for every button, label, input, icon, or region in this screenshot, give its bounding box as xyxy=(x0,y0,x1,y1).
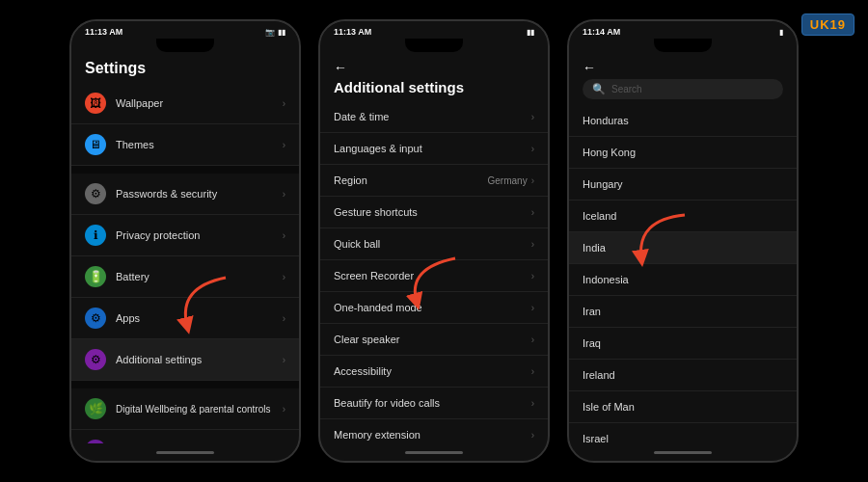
wallpaper-icon: 🖼 xyxy=(85,93,106,114)
item-label: Gesture shortcuts xyxy=(334,206,531,218)
chevron-icon: › xyxy=(531,175,534,186)
item-label: Accessibility xyxy=(334,365,531,377)
watermark-text: UK xyxy=(810,17,830,32)
region-list[interactable]: Honduras Hong Kong Hungary Iceland India… xyxy=(569,105,797,443)
list-item[interactable]: Date & time › xyxy=(320,101,548,133)
list-item[interactable]: Hungary xyxy=(569,169,797,201)
battery-icon-3: ▮ xyxy=(779,28,783,37)
notch-2 xyxy=(405,39,463,52)
settings-list-2[interactable]: Date & time › Languages & input › Region… xyxy=(320,101,548,443)
region-item[interactable]: Region Germany › xyxy=(320,165,548,197)
list-item[interactable]: ✦ Special features › xyxy=(71,430,299,443)
apps-icon: ⚙ xyxy=(85,308,106,329)
item-label: Screen Recorder xyxy=(334,270,531,281)
list-item[interactable]: Iraq xyxy=(569,328,797,360)
phone-1: 11:13 AM 📷 ▮▮ Settings 🖼 Wallpaper › xyxy=(69,19,301,463)
list-item[interactable]: ⚙ Apps › xyxy=(71,298,299,339)
list-item[interactable]: Ireland xyxy=(569,360,797,391)
item-label: Iran xyxy=(583,306,783,317)
settings-list-1[interactable]: 🖼 Wallpaper › 🖥 Themes › ⚙ Passwords & s… xyxy=(71,83,299,443)
watermark-highlight: 19 xyxy=(830,17,846,32)
item-label: Additional settings xyxy=(116,354,283,365)
list-item[interactable]: 🖼 Wallpaper › xyxy=(71,83,299,124)
themes-icon: 🖥 xyxy=(85,134,106,155)
list-item[interactable]: Clear speaker › xyxy=(320,324,548,356)
chevron-icon: › xyxy=(531,398,534,409)
item-label: Hungary xyxy=(583,178,783,190)
privacy-icon: ℹ xyxy=(85,225,106,246)
page-header-2: ← Additional settings xyxy=(320,52,548,101)
notch-1 xyxy=(156,39,214,52)
chevron-icon: › xyxy=(531,303,534,313)
additional-settings-item[interactable]: ⚙ Additional settings › xyxy=(71,339,299,381)
item-label: Israel xyxy=(583,433,783,443)
list-item[interactable]: Indonesia xyxy=(569,264,797,296)
camera-icon: 📷 xyxy=(265,28,275,37)
page-header-1: Settings xyxy=(71,52,299,83)
list-item[interactable]: One-handed mode › xyxy=(320,292,548,324)
list-item[interactable]: Isle of Man xyxy=(569,391,797,423)
list-item[interactable]: Quick ball › xyxy=(320,228,548,260)
item-label: Indonesia xyxy=(583,274,783,285)
list-item[interactable]: Iran xyxy=(569,296,797,328)
chevron-icon: › xyxy=(531,335,534,345)
list-item[interactable]: Gesture shortcuts › xyxy=(320,197,548,228)
item-label: Memory extension xyxy=(334,429,531,441)
divider xyxy=(71,166,299,174)
list-item[interactable]: ⚙ Passwords & security › xyxy=(71,174,299,215)
battery-icon: ▮▮ xyxy=(278,28,285,37)
accessibility-item[interactable]: Accessibility › xyxy=(320,356,548,388)
list-item[interactable]: Memory extension › xyxy=(320,419,548,443)
time-1: 11:13 AM xyxy=(85,27,122,37)
chevron-icon: › xyxy=(283,272,285,282)
additional-icon: ⚙ xyxy=(85,349,106,370)
chevron-icon: › xyxy=(283,313,285,324)
home-bar-2 xyxy=(320,443,548,461)
home-bar-line xyxy=(654,451,712,454)
beautify-item[interactable]: Beautify for video calls › xyxy=(320,388,548,419)
time-2: 11:13 AM xyxy=(334,27,371,37)
page-header-3: ← 🔍 Search xyxy=(569,52,797,105)
status-bar-3: 11:14 AM ▮ xyxy=(569,21,797,39)
list-item[interactable]: 🖥 Themes › xyxy=(71,124,299,166)
phones-container: 11:13 AM 📷 ▮▮ Settings 🖼 Wallpaper › xyxy=(60,10,808,472)
list-item[interactable]: Honduras xyxy=(569,105,797,137)
status-icons-2: ▮▮ xyxy=(527,28,534,37)
list-item[interactable]: Israel xyxy=(569,423,797,443)
back-button-2[interactable]: ← xyxy=(334,60,534,75)
status-icons-1: 📷 ▮▮ xyxy=(265,28,285,37)
item-label: Iraq xyxy=(583,337,783,349)
divider xyxy=(71,381,299,388)
notch-3 xyxy=(654,39,712,52)
status-bar-1: 11:13 AM 📷 ▮▮ xyxy=(71,21,299,39)
item-label: Beautify for video calls xyxy=(334,397,531,409)
phone-3: 11:14 AM ▮ ← 🔍 Search Honduras Hong Kong xyxy=(567,19,799,463)
item-label: Region xyxy=(334,174,488,186)
item-label: Date & time xyxy=(334,111,531,122)
list-item[interactable]: Iceland xyxy=(569,201,797,232)
chevron-icon: › xyxy=(531,207,534,218)
passwords-icon: ⚙ xyxy=(85,183,106,204)
home-bar-line xyxy=(156,451,214,454)
list-item[interactable]: Hong Kong xyxy=(569,137,797,169)
india-item[interactable]: India xyxy=(569,232,797,264)
list-item[interactable]: ℹ Privacy protection › xyxy=(71,215,299,256)
back-button-3[interactable]: ← xyxy=(583,60,783,75)
item-label: Apps xyxy=(116,312,283,324)
chevron-icon: › xyxy=(283,230,285,241)
item-label: Clear speaker xyxy=(334,334,531,345)
item-label: Hong Kong xyxy=(583,147,783,158)
item-label: Languages & input xyxy=(334,143,531,154)
status-icons-3: ▮ xyxy=(779,28,783,37)
chevron-icon: › xyxy=(531,271,534,281)
chevron-icon: › xyxy=(531,239,534,250)
list-item[interactable]: 🔋 Battery › xyxy=(71,256,299,298)
list-item[interactable]: Screen Recorder › xyxy=(320,260,548,292)
list-item[interactable]: 🌿 Digital Wellbeing & parental controls … xyxy=(71,388,299,430)
home-bar-line xyxy=(405,451,463,454)
item-label: Digital Wellbeing & parental controls xyxy=(116,404,283,415)
chevron-icon: › xyxy=(283,98,285,109)
item-label: Battery xyxy=(116,271,283,282)
list-item[interactable]: Languages & input › xyxy=(320,133,548,165)
wellbeing-icon: 🌿 xyxy=(85,398,106,419)
